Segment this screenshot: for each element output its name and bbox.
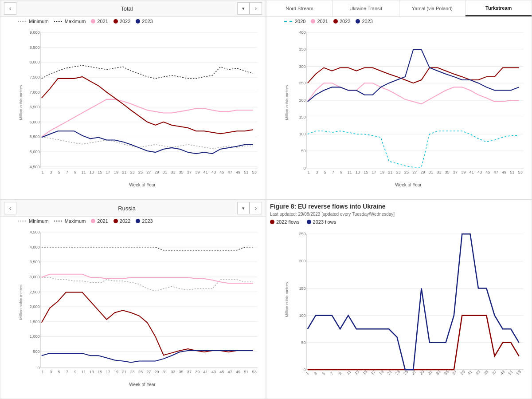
svg-text:21: 21 [388,170,392,174]
svg-text:25: 25 [138,170,143,174]
svg-text:3: 3 [50,370,52,374]
svg-text:11: 11 [81,370,86,374]
top-left-dropdown-btn[interactable]: ▾ [237,2,250,15]
svg-text:27: 27 [146,370,151,374]
svg-text:51: 51 [244,370,248,374]
top-right-x-label: Week of Year [289,182,528,187]
svg-text:9,000: 9,000 [30,30,40,35]
tab-nord-stream[interactable]: Nord Stream [266,0,333,16]
bottom-right-chart-svg: 250 200 150 100 50 0 1 3 5 7 9 11 13 15 … [289,226,528,373]
svg-text:49: 49 [236,170,240,174]
legend-2021: 2021 [91,19,108,24]
svg-text:43: 43 [477,170,482,174]
svg-text:49: 49 [236,370,240,374]
svg-text:35: 35 [443,369,450,375]
svg-text:43: 43 [211,370,216,374]
svg-text:23: 23 [130,170,134,174]
svg-text:9: 9 [337,371,342,376]
svg-text:7,000: 7,000 [30,90,40,95]
svg-text:15: 15 [364,170,368,174]
svg-text:27: 27 [412,170,417,174]
svg-text:9: 9 [74,370,76,374]
bl-legend-2022: 2022 [113,218,130,224]
top-right-legend: 2020 2021 2022 2023 [266,17,532,25]
svg-text:47: 47 [228,370,232,374]
svg-text:1: 1 [308,170,310,174]
br-legend-2022: 2022 flows [270,219,300,225]
svg-text:43: 43 [475,369,481,375]
svg-text:3: 3 [313,371,318,376]
svg-text:7,500: 7,500 [30,75,40,79]
svg-text:0: 0 [304,166,306,170]
legend-2022: 2022 [113,19,130,24]
svg-text:350: 350 [299,47,305,51]
svg-text:7: 7 [329,371,334,376]
top-left-y-label: Million cubic metres [19,85,23,120]
svg-text:3: 3 [316,170,318,174]
svg-text:17: 17 [370,369,376,375]
svg-text:27: 27 [146,170,151,174]
svg-text:200: 200 [299,259,305,263]
svg-text:41: 41 [469,170,474,174]
svg-text:19: 19 [380,170,384,174]
svg-text:47: 47 [494,170,498,174]
svg-text:5,000: 5,000 [30,150,40,154]
svg-text:23: 23 [130,370,134,374]
legend-tr-2022: 2022 [333,19,350,24]
legend-2023: 2023 [136,19,153,24]
svg-text:5: 5 [321,371,326,376]
svg-text:3: 3 [50,170,52,174]
svg-text:33: 33 [437,170,441,174]
svg-text:21: 21 [122,370,126,374]
top-right-chart-svg: 400 350 300 250 200 150 100 50 0 1 3 5 7… [289,25,528,180]
tab-turkstream[interactable]: Turkstream [466,0,532,16]
svg-text:200: 200 [299,98,305,103]
svg-text:17: 17 [106,170,110,174]
svg-text:33: 33 [171,370,175,374]
svg-text:31: 31 [427,369,433,375]
svg-text:51: 51 [508,369,514,375]
svg-text:31: 31 [163,170,167,174]
svg-text:49: 49 [499,369,505,375]
svg-text:3,500: 3,500 [30,260,40,264]
svg-text:1: 1 [42,170,44,174]
bottom-left-chart-container: Million cubic metres 4,500 4,000 3,500 3… [0,225,266,380]
svg-text:41: 41 [467,369,473,375]
svg-text:21: 21 [122,170,126,174]
svg-text:43: 43 [211,170,216,174]
tab-ukraine-transit[interactable]: Ukraine Transit [333,0,399,16]
svg-text:5: 5 [324,170,326,174]
svg-text:2,500: 2,500 [30,290,40,294]
svg-text:50: 50 [301,340,306,345]
svg-text:100: 100 [299,313,305,318]
top-left-next-btn[interactable]: › [250,2,262,15]
svg-text:11: 11 [346,369,352,375]
svg-text:6,500: 6,500 [30,105,40,109]
svg-text:15: 15 [362,369,368,375]
svg-text:50: 50 [301,149,306,153]
svg-text:5: 5 [58,370,60,374]
top-left-prev-btn[interactable]: ‹ [4,2,16,15]
svg-text:19: 19 [114,370,118,374]
bottom-left-panel: ‹ Russia ▾ › Minimum Maximum 2021 2022 [0,200,266,399]
svg-text:33: 33 [435,369,442,375]
legend-tr-2021: 2021 [311,19,328,24]
svg-text:2,000: 2,000 [30,304,40,309]
tab-yamal[interactable]: Yamal (via Poland) [399,0,466,16]
bottom-left-next-btn[interactable]: › [250,202,262,214]
top-right-y-label: Million cubic metres [285,85,289,120]
svg-text:39: 39 [195,170,200,174]
svg-text:29: 29 [419,369,425,375]
svg-text:250: 250 [299,232,305,236]
svg-text:400: 400 [299,30,305,35]
svg-text:1: 1 [42,370,44,374]
top-left-legend: Minimum Maximum 2021 2022 2023 [0,17,266,25]
bottom-left-title: Russia [16,205,237,212]
svg-text:35: 35 [179,370,184,374]
bottom-left-dropdown-btn[interactable]: ▾ [237,202,250,214]
bottom-left-prev-btn[interactable]: ‹ [4,202,16,214]
svg-text:53: 53 [516,369,522,375]
br-legend-2023: 2023 flows [307,219,336,225]
svg-text:8,000: 8,000 [30,60,40,64]
svg-text:300: 300 [299,64,305,69]
